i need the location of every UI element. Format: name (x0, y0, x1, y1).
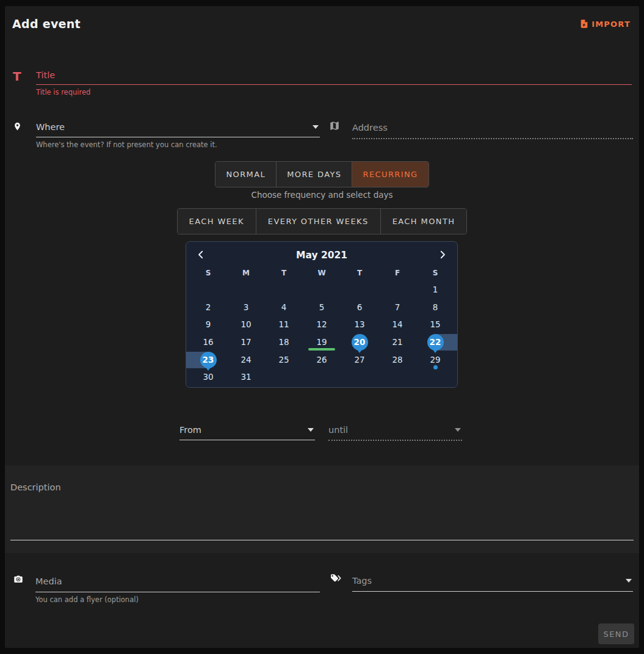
chevron-left-icon (195, 249, 206, 262)
day-number: 22 (427, 334, 444, 351)
add-event-dialog: Add event IMPORT T Title is required (5, 6, 639, 648)
description-input[interactable] (10, 475, 634, 540)
next-month-button[interactable] (437, 249, 448, 262)
calendar-day-14[interactable]: 14 (378, 316, 416, 333)
day-number: 1 (416, 281, 454, 299)
day-number: 16 (189, 333, 227, 351)
calendar-day-31[interactable]: 31 (227, 368, 265, 386)
calendar-grid: 1234567891011121314151617181920212223242… (189, 281, 454, 386)
calendar-day-8[interactable]: 8 (416, 299, 454, 316)
day-number: 7 (378, 299, 416, 316)
tab-every-other-weeks[interactable]: EVERY OTHER WEEKS (256, 209, 380, 234)
weekday-label: T (265, 265, 303, 281)
where-field[interactable]: Where Where's the event? If not present … (13, 120, 320, 149)
calendar-day-empty (265, 281, 303, 299)
until-select[interactable]: until (328, 423, 462, 441)
tags-select[interactable]: Tags (352, 573, 633, 592)
calendar-day-12[interactable]: 12 (303, 316, 341, 333)
calendar-day-empty (416, 368, 454, 386)
calendar-day-22[interactable]: 22 (416, 333, 454, 351)
calendar-day-20[interactable]: 20 (341, 333, 378, 351)
calendar-day-17[interactable]: 17 (227, 333, 265, 351)
calendar-day-18[interactable]: 18 (265, 333, 303, 351)
calendar-day-2[interactable]: 2 (189, 299, 227, 316)
calendar-day-empty (303, 281, 341, 299)
media-tags-row: You can add a flyer (optional) Tags (12, 573, 633, 604)
calendar-day-30[interactable]: 30 (189, 368, 227, 386)
weekday-label: T (341, 265, 378, 281)
calendar-day-15[interactable]: 15 (416, 316, 454, 333)
mode-tabs: NORMALMORE DAYSRECURRING (215, 161, 429, 187)
calendar-day-23[interactable]: 23 (189, 351, 227, 369)
calendar-day-26[interactable]: 26 (303, 351, 341, 369)
calendar-day-11[interactable]: 11 (265, 316, 303, 333)
day-number: 11 (265, 316, 303, 333)
import-button[interactable]: IMPORT (579, 18, 631, 29)
today-underline (308, 348, 335, 351)
weekday-label: S (416, 265, 454, 281)
media-input[interactable] (35, 573, 320, 592)
day-number: 9 (189, 316, 227, 333)
day-number: 24 (227, 351, 265, 369)
where-select[interactable]: Where (36, 120, 320, 137)
calendar-day-4[interactable]: 4 (265, 299, 303, 316)
weekday-label: M (227, 265, 265, 281)
frequency-tabs-wrap: EACH WEEKEVERY OTHER WEEKSEACH MONTH (5, 208, 639, 234)
day-number: 28 (378, 351, 416, 369)
calendar-day-13[interactable]: 13 (341, 316, 378, 333)
calendar-day-6[interactable]: 6 (341, 299, 378, 316)
calendar-day-empty (378, 368, 416, 386)
tab-normal[interactable]: NORMAL (215, 162, 276, 187)
calendar-day-5[interactable]: 5 (303, 299, 341, 316)
tab-each-month[interactable]: EACH MONTH (380, 209, 467, 234)
day-number: 17 (227, 333, 265, 351)
calendar-day-7[interactable]: 7 (378, 299, 416, 316)
weekday-label: F (378, 265, 416, 281)
calendar-weekday-row: SMTWTFS (189, 265, 454, 281)
title-input[interactable] (36, 69, 632, 85)
where-label: Where (36, 122, 313, 132)
until-label: until (328, 425, 455, 435)
day-number: 4 (265, 299, 303, 316)
map-icon (329, 120, 344, 132)
address-input[interactable] (352, 120, 633, 139)
calendar-day-24[interactable]: 24 (227, 351, 265, 369)
address-field[interactable] (329, 120, 633, 149)
tab-recurring[interactable]: RECURRING (352, 162, 428, 187)
calendar-day-9[interactable]: 9 (189, 316, 227, 333)
frequency-tabs: EACH WEEKEVERY OTHER WEEKSEACH MONTH (177, 208, 468, 234)
tab-each-week[interactable]: EACH WEEK (178, 209, 256, 234)
calendar-day-19[interactable]: 19 (303, 333, 341, 351)
day-number: 13 (341, 316, 378, 333)
prev-month-button[interactable] (195, 249, 206, 262)
title-field[interactable]: T Title is required (13, 69, 632, 96)
location-pin-icon (13, 120, 27, 133)
dialog-header: Add event IMPORT (12, 17, 631, 31)
calendar-day-28[interactable]: 28 (378, 351, 416, 369)
day-number: 21 (378, 333, 416, 351)
day-number: 20 (352, 334, 368, 351)
calendar-day-1[interactable]: 1 (416, 281, 454, 299)
calendar-day-16[interactable]: 16 (189, 333, 227, 351)
day-number: 8 (416, 299, 454, 316)
calendar-day-empty (227, 281, 265, 299)
description-section (5, 465, 639, 553)
send-button[interactable]: SEND (598, 623, 634, 644)
day-number: 31 (227, 368, 265, 386)
chevron-down-icon (626, 579, 632, 583)
chevron-right-icon (437, 249, 448, 262)
from-select[interactable]: From (179, 423, 315, 440)
calendar-day-10[interactable]: 10 (227, 316, 265, 333)
calendar-day-27[interactable]: 27 (341, 351, 378, 369)
calendar-day-29[interactable]: 29 (416, 351, 454, 369)
tags-field[interactable]: Tags (329, 573, 633, 604)
import-label: IMPORT (592, 20, 631, 29)
calendar-day-25[interactable]: 25 (265, 351, 303, 369)
day-number: 10 (227, 316, 265, 333)
calendar-day-3[interactable]: 3 (227, 299, 265, 316)
day-number: 12 (303, 316, 341, 333)
media-field[interactable]: You can add a flyer (optional) (12, 573, 320, 604)
tab-more-days[interactable]: MORE DAYS (276, 162, 352, 187)
calendar-day-21[interactable]: 21 (378, 333, 416, 351)
weekday-label: W (303, 265, 341, 281)
